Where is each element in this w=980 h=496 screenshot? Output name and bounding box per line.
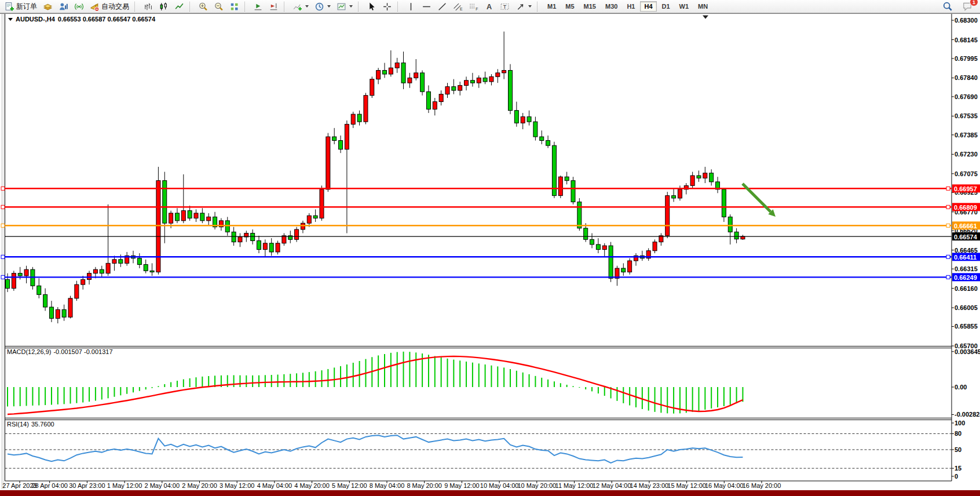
chevron-down-icon[interactable] [528,5,532,8]
auto-scroll-button[interactable] [251,0,265,13]
hline-handle[interactable] [946,187,950,190]
svg-text:0.003645: 0.003645 [955,348,980,355]
candle-chart-icon [159,2,169,12]
hline-handle[interactable] [946,224,950,227]
auto-trading-button[interactable]: 自动交易 [87,0,131,13]
hline-handle[interactable] [1,187,5,190]
chart-shift-button[interactable] [266,0,281,13]
crosshair-icon [382,2,392,12]
svg-text:9 May 12:00: 9 May 12:00 [444,482,480,489]
timeframe-m30-button[interactable]: M30 [601,1,621,12]
svg-text:0.66005: 0.66005 [955,304,978,311]
svg-text:0.00: 0.00 [955,384,967,391]
svg-text:4 May 04:00: 4 May 04:00 [257,482,292,489]
chevron-down-icon[interactable] [349,5,353,8]
timeframe-h1-button[interactable]: H1 [623,1,639,12]
svg-text:0.66465: 0.66465 [955,247,978,254]
market-watch-button[interactable] [41,0,55,13]
arrow-object-icon [515,2,525,12]
bar-chart-button[interactable] [141,0,155,13]
chart-shift-marker[interactable] [703,16,708,19]
macd-signal-line [8,356,743,414]
text-button[interactable]: A [482,0,496,13]
timeframe-w1-button[interactable]: W1 [675,1,693,12]
chart-dropdown-icon[interactable] [8,18,13,21]
window-bottom-strip [0,490,980,496]
timeframe-h4-button[interactable]: H4 [640,1,656,12]
search-button[interactable] [940,0,955,13]
timeframe-m15-button[interactable]: M15 [580,1,600,12]
community-button[interactable] [56,0,71,13]
templates-button[interactable] [334,0,355,13]
timeframe-mn-button[interactable]: MN [694,1,712,12]
svg-text:2 May 20:00: 2 May 20:00 [182,482,217,489]
notification-badge: 1 [970,0,978,6]
candles-layer [6,31,745,323]
label-button[interactable]: T [498,0,512,13]
trendline-icon [437,2,447,12]
new-order-icon [5,2,14,12]
hline-handle[interactable] [1,275,5,279]
hline-handle[interactable] [1,255,5,258]
toolbar-separator [134,2,138,12]
trendline-button[interactable] [435,0,449,13]
zoom-in-icon [198,2,208,12]
hline-handle[interactable] [946,255,950,258]
timeframe-m5-button[interactable]: M5 [561,1,578,12]
svg-text:-0.002824: -0.002824 [955,411,980,418]
chevron-down-icon[interactable] [327,5,331,8]
svg-text:T: T [503,3,507,9]
horizontal-line-button[interactable] [419,0,434,13]
toolbar-separator [358,2,362,12]
zoom-in-button[interactable] [196,0,210,13]
hline-handle[interactable] [946,275,950,279]
new-order-button[interactable]: 新订单 [2,0,39,13]
fibonacci-button[interactable]: F [466,0,481,13]
candle-chart-button[interactable] [156,0,171,13]
chart-canvas[interactable]: 0.683000.681450.679950.678400.676900.675… [0,0,980,496]
chat-button[interactable]: 1 [960,0,975,13]
periods-button[interactable] [312,0,333,13]
svg-text:0.66160: 0.66160 [955,285,978,292]
chart-shift-icon [269,2,279,12]
svg-text:0.68145: 0.68145 [955,37,978,43]
svg-text:8 May 20:00: 8 May 20:00 [407,482,442,489]
line-chart-icon [174,2,184,12]
svg-text:0.68300: 0.68300 [955,17,978,24]
line-chart-button[interactable] [172,0,187,13]
svg-text:0.66249: 0.66249 [954,274,977,281]
auto-scroll-icon [253,2,263,12]
vertical-line-button[interactable] [404,0,418,13]
svg-text:16 May 20:00: 16 May 20:00 [743,482,781,489]
svg-text:10 May 20:00: 10 May 20:00 [517,482,556,489]
svg-text:0.67995: 0.67995 [955,55,978,62]
zoom-out-button[interactable] [211,0,226,13]
indicators-button[interactable] [290,0,311,13]
toolbar-separator [244,2,248,12]
svg-text:F: F [476,6,478,10]
hline-handle[interactable] [946,205,950,209]
hline-handle[interactable] [1,205,5,209]
timeframe-m1-button[interactable]: M1 [543,1,560,12]
channel-button[interactable]: E [451,0,465,13]
svg-text:28 Apr 04:00: 28 Apr 04:00 [32,482,68,489]
gold-cube-icon [43,2,53,12]
rsi-value: 35.7600 [31,421,54,428]
macd-name: MACD(12,26,9) [7,348,51,355]
arrows-button[interactable] [513,0,534,13]
svg-text:0: 0 [955,473,958,480]
svg-text:A: A [487,2,492,11]
timeframe-d1-button[interactable]: D1 [658,1,674,12]
signals-button[interactable] [72,0,86,13]
cursor-button[interactable] [364,0,379,13]
tile-windows-button[interactable] [227,0,242,13]
chevron-down-icon[interactable] [305,5,309,8]
svg-text:0.67840: 0.67840 [955,74,978,81]
svg-text:5 May 12:00: 5 May 12:00 [332,482,367,489]
svg-text:4 May 20:00: 4 May 20:00 [294,482,330,489]
crosshair-button[interactable] [380,0,394,13]
hline-handle[interactable] [1,224,5,227]
chart-symbol-period: AUDUSD-,H4 [16,16,55,23]
time-axis-labels: 27 Apr 202328 Apr 04:0030 Apr 23:001 May… [2,481,781,489]
macd-pane: 0.0036450.00-0.002824 [8,348,980,418]
